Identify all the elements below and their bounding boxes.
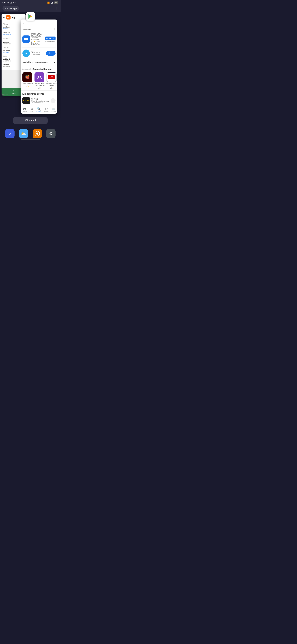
signal-bar-1 (51, 3, 51, 4)
pulse-install-area: Install ▼ In-app purchases (45, 36, 55, 42)
kraken-grid-item[interactable]: Kraken: Buy Crypto & Bitcoin 4.2 ★ (34, 72, 45, 89)
suggested-more-options[interactable]: ⋮ (53, 68, 55, 70)
svg-point-6 (40, 76, 41, 77)
starz-name: STARZ (31, 98, 49, 100)
diablo-grid-item[interactable]: 👹 Diablo Immortal 4.7 ★ (22, 72, 33, 89)
kraken-name: Kraken: Buy Crypto & Bitcoin (34, 83, 45, 86)
more-devices-section[interactable]: Available on more devices ▼ (20, 60, 57, 65)
pulse-install-button[interactable]: Install (45, 36, 52, 40)
diablo-rating-val: 4.7 (25, 85, 27, 87)
dot-indicator: ● (15, 2, 16, 4)
wifi-icon: 📶 (47, 2, 50, 4)
bg-app-icon: XR (6, 15, 10, 20)
testerup-rating-val: 4.2 (49, 87, 52, 89)
more-options-button[interactable]: ⋮ (55, 6, 58, 10)
telegram-installed: ✓ Installed (31, 54, 44, 56)
diablo-bg: 👹 (22, 72, 32, 82)
diablo-name: Diablo Immortal (22, 83, 33, 85)
pulse-sms-name: Pulse SMS (Phone/Ta... (31, 33, 43, 35)
play-store-card[interactable]: ← 🔍 🎙 Sponsored ⋮ Pulse SMS (Phone/Ta... (20, 20, 57, 114)
nav-apps[interactable]: ⊞ Apps (30, 107, 33, 113)
divider-3 (22, 66, 55, 66)
dock-settings[interactable]: ⚙ (46, 129, 55, 138)
svg-rect-2 (25, 39, 26, 39)
recent-apps-area: ← XR App Privacy Notificati Allowed Perm… (0, 12, 61, 114)
telegram-open-button[interactable]: Open (46, 51, 55, 56)
nav-search[interactable]: 🔍 Search (36, 107, 41, 113)
dock-recorder[interactable] (33, 129, 42, 138)
testerup-rating: 4.2 ★ (49, 87, 53, 89)
pulse-dropdown-button[interactable]: ▼ (52, 36, 55, 40)
pulse-audience: Everyone (31, 42, 38, 44)
divider-2 (22, 59, 55, 59)
dock: ♪ ⛅ ⚙ (3, 129, 58, 138)
signal-bar-3 (52, 2, 52, 4)
search-label: Search (36, 111, 41, 113)
starz-label-text: STARZ (23, 100, 29, 102)
svg-rect-1 (25, 38, 27, 38)
suggested-title: Suggested for you (32, 68, 51, 70)
pulse-sms-item[interactable]: Pulse SMS (Phone/Ta... Maple Media Text … (20, 32, 57, 47)
starz-developer: Starz Entertainment, ... (31, 100, 49, 102)
kraken-rating: 4.2 ★ (37, 87, 41, 89)
dock-area: ♪ ⛅ ⚙ (0, 128, 61, 144)
bg-back-icon: ← (3, 16, 5, 19)
earnmoney-icon: EARNMONEY (46, 72, 56, 82)
photo-icon: 🖼 (7, 2, 9, 4)
pulse-audience-separator: · (40, 40, 40, 42)
sponsored-more-options[interactable]: ⋮ (53, 28, 55, 31)
location-icon: ➤ (12, 2, 14, 4)
nav-books[interactable]: 📖 Books (51, 107, 56, 113)
starz-icon: STARZ (22, 97, 30, 104)
offers-label: Offers (44, 111, 48, 112)
search-input[interactable] (27, 22, 56, 24)
kraken-star: ★ (40, 87, 41, 89)
telegram-item[interactable]: Telegram ✓ Installed Open (20, 48, 57, 58)
dock-music[interactable]: ♪ (5, 129, 14, 138)
kraken-rating-val: 4.2 (37, 87, 40, 89)
suggested-header: Sponsored · Suggested for you ⋮ (20, 66, 57, 71)
dock-weather[interactable]: ⛅ (19, 129, 28, 138)
active-app-badge[interactable]: 1 active app (2, 6, 19, 11)
apps-icon: ⊞ (31, 107, 33, 110)
close-all-area: Close all (0, 114, 61, 128)
status-bar: 6:51 🖼 ⬚ ➤ ● 📶 37 (0, 0, 61, 5)
earnmoney-badge: EARNMONEY (48, 75, 55, 79)
pulse-inapp-label: In-app purchases (45, 40, 55, 42)
pulse-sms-meta: 3.7 ★ · 1M+ · Everyone (31, 40, 43, 44)
time-display: 6:51 (2, 2, 6, 4)
pulse-extras: Contains ads (31, 44, 43, 46)
pulse-sms-svg (24, 37, 28, 42)
limited-events-title: Limited-time events (20, 91, 57, 96)
offers-icon: 🏷 (45, 107, 48, 110)
samsung-label: Samsung (2, 94, 7, 95)
kraken-svg (36, 74, 43, 81)
bg-icon-label: XR (7, 16, 10, 18)
earnmoney-bg: EARNMONEY (47, 72, 56, 82)
dot-separator: · (31, 68, 32, 70)
play-store-icon (26, 12, 35, 21)
installed-check-icon: ✓ (31, 54, 33, 56)
close-all-button[interactable]: Close all (13, 117, 48, 124)
books-icon: 📖 (52, 107, 55, 111)
telegram-info: Telegram ✓ Installed (31, 51, 44, 56)
kraken-icon (34, 72, 44, 82)
suggested-subtitle: Sponsored · Suggested for you (22, 68, 52, 70)
back-arrow-icon[interactable]: ← (23, 22, 25, 25)
screenshot-icon: ⬚ (10, 2, 11, 4)
nav-indicator (21, 140, 40, 140)
diablo-emoji: 👹 (25, 75, 30, 80)
pulse-sms-info: Pulse SMS (Phone/Ta... Maple Media Text … (31, 33, 43, 46)
recorder-inner (36, 132, 38, 135)
recorder-circle (35, 131, 40, 136)
starz-item[interactable]: STARZ STARZ Starz Entertainment, ... • E… (20, 96, 57, 106)
pulse-install-group: Install ▼ (45, 36, 55, 40)
testerup-grid-item[interactable]: EARNMONEY testerup - earn money 4.2 ★ (46, 72, 57, 89)
games-label: Games (22, 111, 27, 113)
starz-expand-button[interactable]: ▲ (51, 98, 55, 103)
bg-open-section: ↗ Open (11, 90, 15, 94)
nav-offers[interactable]: 🏷 Offers (44, 107, 48, 113)
bg-open-label: Open (11, 92, 15, 94)
suggested-sponsored-label: Sponsored (22, 68, 31, 70)
nav-games[interactable]: 🎮 Games (22, 107, 27, 113)
